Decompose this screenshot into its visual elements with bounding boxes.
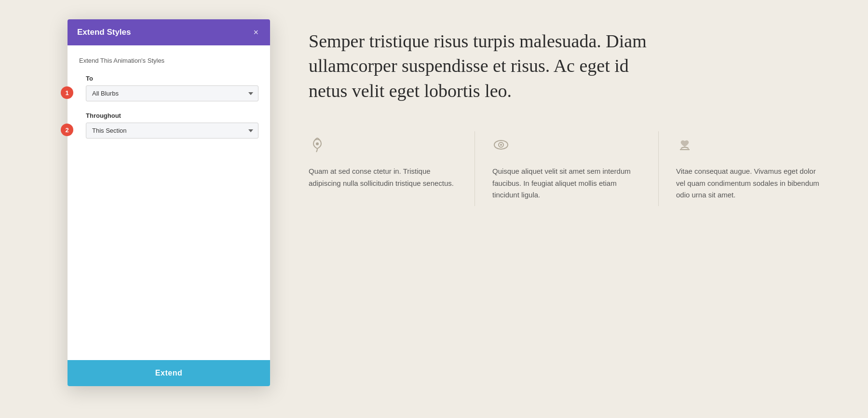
blurb-text-3: Vitae consequat augue. Vivamus eget dolo…: [676, 166, 825, 201]
to-select[interactable]: All Blurbs This Module All Modules All S…: [86, 85, 258, 101]
to-form-group: 1 To All Blurbs This Module All Modules …: [79, 75, 258, 101]
content-area: Semper tristique risus turpis malesuada.…: [270, 0, 868, 418]
throughout-form-group: 2 Throughout This Section This Page Enti…: [79, 112, 258, 139]
modal-subtitle: Extend This Animation's Styles: [79, 57, 258, 64]
blurb-item-3: Vitae consequat augue. Vivamus eget dolo…: [659, 131, 829, 206]
svg-point-3: [500, 144, 502, 146]
throughout-label: Throughout: [86, 112, 258, 119]
modal-close-button[interactable]: ×: [251, 27, 260, 38]
modal-title: Extend Styles: [77, 28, 131, 37]
modal-header: Extend Styles ×: [68, 19, 270, 45]
extend-styles-modal: Extend Styles × Extend This Animation's …: [68, 19, 270, 386]
blurb-icon-2: [492, 136, 641, 156]
main-heading: Semper tristique risus turpis malesuada.…: [309, 29, 656, 103]
modal-footer: Extend: [68, 360, 270, 386]
blurbs-row: Quam at sed conse ctetur in. Tristique a…: [309, 131, 829, 206]
blurb-icon-1: [309, 136, 457, 156]
blurb-item-1: Quam at sed conse ctetur in. Tristique a…: [309, 131, 475, 206]
blurb-item-2: Quisque aliquet velit sit amet sem inter…: [475, 131, 659, 206]
to-label: To: [86, 75, 258, 82]
throughout-select[interactable]: This Section This Page Entire Site: [86, 123, 258, 139]
step-2-badge: 2: [61, 124, 73, 136]
blurb-icon-3: [676, 136, 825, 156]
modal-body: Extend This Animation's Styles 1 To All …: [68, 45, 270, 360]
svg-point-0: [316, 142, 319, 145]
extend-button[interactable]: Extend: [68, 360, 270, 386]
step-1-badge: 1: [61, 86, 73, 99]
blurb-text-2: Quisque aliquet velit sit amet sem inter…: [492, 166, 641, 201]
blurb-text-1: Quam at sed conse ctetur in. Tristique a…: [309, 166, 457, 190]
